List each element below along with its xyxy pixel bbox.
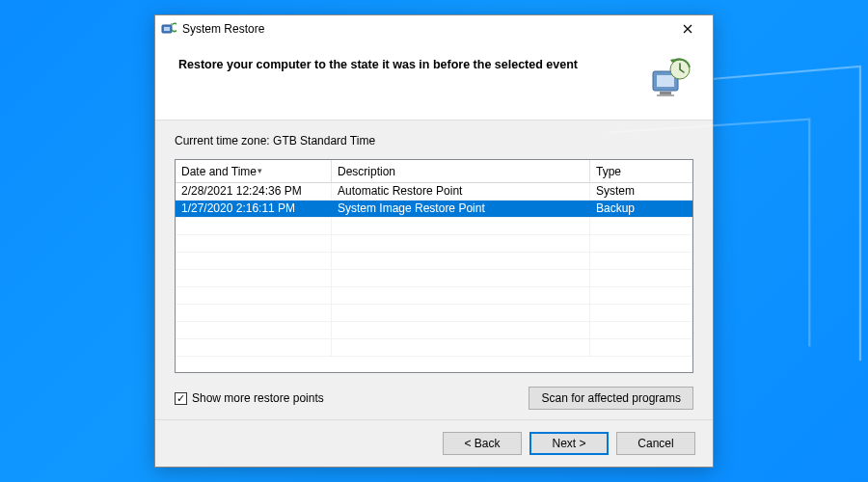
table-row[interactable]: 1/27/2020 2:16:11 PM System Image Restor… — [176, 201, 692, 218]
checkbox-icon: ✓ — [175, 392, 187, 405]
titlebar: System Restore — [155, 15, 713, 42]
wizard-footer: < Back Next > Cancel — [155, 419, 713, 467]
below-list-bar: ✓ Show more restore points Scan for affe… — [175, 387, 693, 410]
next-button[interactable]: Next > — [529, 432, 609, 455]
scan-affected-button[interactable]: Scan for affected programs — [529, 387, 693, 410]
dialog-content: Current time zone: GTB Standard Time Dat… — [155, 120, 713, 419]
table-row[interactable] — [176, 322, 692, 339]
svg-rect-1 — [164, 27, 170, 31]
restore-points-list: Date and Time ▾ Description Type 2/28/20… — [175, 159, 693, 373]
system-restore-dialog: System Restore Restore your computer to … — [154, 14, 714, 468]
dialog-heading: Restore your computer to the state it wa… — [178, 56, 628, 71]
show-more-checkbox[interactable]: ✓ Show more restore points — [175, 391, 324, 405]
column-header-type[interactable]: Type — [590, 160, 692, 182]
dialog-header: Restore your computer to the state it wa… — [155, 42, 713, 120]
svg-rect-4 — [660, 92, 671, 94]
table-row[interactable]: 2/28/2021 12:24:36 PM Automatic Restore … — [176, 183, 692, 201]
back-button[interactable]: < Back — [443, 432, 522, 455]
table-row[interactable] — [176, 253, 692, 270]
restore-hero-icon — [647, 56, 693, 102]
sort-descending-icon: ▾ — [258, 166, 262, 175]
svg-rect-3 — [657, 75, 674, 87]
window-title: System Restore — [182, 22, 668, 36]
cancel-button[interactable]: Cancel — [616, 432, 695, 455]
table-row[interactable] — [176, 305, 692, 322]
list-body[interactable]: 2/28/2021 12:24:36 PM Automatic Restore … — [176, 183, 692, 372]
close-button[interactable] — [668, 17, 707, 40]
list-header: Date and Time ▾ Description Type — [176, 160, 692, 183]
desktop-background: System Restore Restore your computer to … — [0, 0, 868, 482]
system-restore-icon — [161, 21, 176, 37]
column-header-description[interactable]: Description — [332, 160, 590, 182]
timezone-label: Current time zone: GTB Standard Time — [175, 134, 693, 147]
show-more-label: Show more restore points — [192, 391, 324, 405]
table-row[interactable] — [176, 287, 692, 305]
svg-rect-5 — [657, 94, 674, 96]
table-row[interactable] — [176, 270, 692, 287]
table-row[interactable] — [176, 218, 692, 235]
table-row[interactable] — [176, 339, 692, 357]
table-row[interactable] — [176, 235, 692, 253]
column-header-date[interactable]: Date and Time ▾ — [176, 160, 332, 182]
